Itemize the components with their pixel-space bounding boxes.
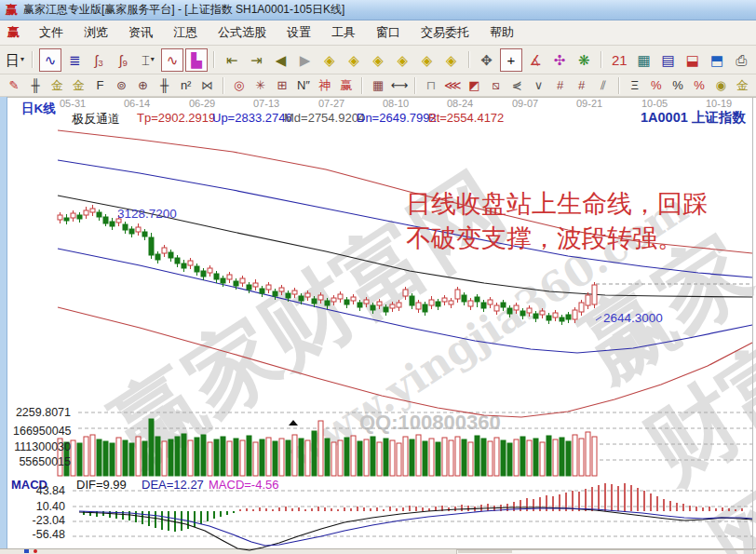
pattern-overlay-button[interactable]: ∿: [161, 48, 183, 72]
frame-tool-button[interactable]: ⊓: [421, 76, 441, 94]
calendar-button[interactable]: 21: [608, 48, 630, 72]
prev-bar-button[interactable]: ◀: [269, 48, 291, 72]
diagonal-box-button[interactable]: ⧅: [485, 76, 506, 94]
horizontal-scrollbar[interactable]: [456, 549, 754, 554]
span-arrows-button[interactable]: ⟷: [389, 76, 410, 94]
ma9-button[interactable]: ʃ₉: [113, 48, 135, 72]
menu-item-6[interactable]: 工具: [321, 21, 366, 44]
next-bar-icon: ▶: [300, 53, 311, 67]
chart-area[interactable]: [7, 97, 752, 477]
zoom-out-button[interactable]: ◈: [440, 48, 463, 72]
fibonacci-button[interactable]: F: [89, 76, 110, 94]
kline-period-button[interactable]: 日▾: [4, 48, 26, 72]
gann-grid-a-button[interactable]: #: [550, 76, 571, 94]
window-title: 赢家江恩专业版[赢家服务平台] - [上证指数 SH1A0001-105日K线]: [23, 2, 344, 18]
angle-fan-button[interactable]: ⋞: [506, 76, 527, 94]
menu-item-1[interactable]: 浏览: [74, 21, 118, 44]
zoom-in-button[interactable]: ◈: [415, 48, 438, 72]
application-window: 赢 赢家江恩专业版[赢家服务平台] - [上证指数 SH1A0001-105日K…: [0, 0, 756, 554]
gold-circle-icon: ◉: [715, 79, 725, 91]
percent-triangle-icon: %: [651, 79, 662, 91]
title-bar[interactable]: 赢 赢家江恩专业版[赢家服务平台] - [上证指数 SH1A0001-105日K…: [0, 0, 756, 20]
mirror-angle-icon: ⋈: [201, 79, 213, 91]
price-ruler-button[interactable]: Ξ: [625, 76, 645, 94]
fan-lines-button[interactable]: ⋘: [442, 76, 463, 94]
ruler-ticks-button[interactable]: ╫: [155, 76, 175, 94]
last-bar-icon: ⇥: [250, 53, 263, 67]
menu-item-4[interactable]: 公式选股: [208, 21, 277, 44]
candle-style-button[interactable]: ⌶▾: [137, 48, 159, 72]
first-bar-button[interactable]: ⇤: [221, 48, 243, 72]
export-button[interactable]: ⬒: [706, 48, 728, 72]
compress-range-button[interactable]: ◈: [391, 48, 413, 72]
gann-wheel-button[interactable]: ✣: [548, 48, 571, 72]
menu-item-7[interactable]: 窗口: [366, 21, 411, 44]
crosshair-icon: +: [506, 53, 515, 67]
percent-lines-button[interactable]: %: [689, 76, 709, 94]
radial-web-button[interactable]: ✳: [250, 76, 271, 94]
grid-box-button[interactable]: ▦: [368, 76, 388, 94]
percent-button[interactable]: %: [668, 76, 688, 94]
gold-lines-button[interactable]: 金: [732, 76, 752, 94]
parallel-lines-button[interactable]: ⫽: [593, 76, 614, 94]
price-ruler-icon: Ξ: [631, 79, 639, 91]
wave-check-button[interactable]: ∨: [529, 76, 549, 94]
menu-item-8[interactable]: 交易委托: [411, 21, 479, 44]
ying-tool-button[interactable]: 赢: [336, 76, 357, 94]
ma3-button[interactable]: ʃ₃: [88, 48, 110, 72]
gold-ratio-icon: 金: [51, 79, 63, 91]
circle-target-button[interactable]: ◎: [229, 76, 250, 94]
toolbar-separator: [223, 77, 224, 94]
volume-profile-button[interactable]: ▙: [185, 48, 208, 72]
time-ticks-button[interactable]: ╫: [25, 76, 46, 94]
fan-box-button[interactable]: ◩: [464, 76, 484, 94]
square-web-button[interactable]: ⊞: [272, 76, 292, 94]
n-wave-button[interactable]: N″: [293, 76, 314, 94]
menu-item-2[interactable]: 资讯: [118, 21, 163, 44]
menu-item-5[interactable]: 设置: [277, 21, 321, 44]
shen-tool-button[interactable]: 神: [315, 76, 335, 94]
candle-style-icon: ⌶: [142, 53, 150, 67]
scrollbar-thumb[interactable]: [458, 550, 512, 553]
circle-target-icon: ◎: [234, 79, 244, 91]
radial-web-icon: ✳: [255, 79, 265, 91]
print-button[interactable]: ⎙: [730, 48, 752, 72]
toolbar-separator: [618, 77, 620, 94]
print-icon: ⎙: [736, 53, 747, 67]
menu-item-3[interactable]: 江恩: [163, 21, 208, 44]
shen-tool-icon: 神: [319, 79, 331, 91]
shift-right-button[interactable]: ◈: [343, 48, 365, 72]
shift-left-button[interactable]: ◈: [318, 48, 341, 72]
crosshair-button[interactable]: +: [500, 48, 522, 72]
pattern-overlay-icon: ∿: [167, 53, 179, 67]
gann-grid-b-button[interactable]: #: [572, 76, 592, 94]
info-list-button[interactable]: ≣: [63, 48, 86, 72]
hand-tool-button[interactable]: ✥: [476, 48, 498, 72]
gold-ratio2-button[interactable]: 金: [68, 76, 88, 94]
expand-range-button[interactable]: ◈: [367, 48, 389, 72]
spiral-button[interactable]: ⊚: [111, 76, 131, 94]
dropdown-arrow-icon: ▾: [151, 56, 155, 63]
grid-box-icon: ▦: [372, 79, 384, 91]
shift-right-icon: ◈: [348, 53, 359, 67]
menu-item-9[interactable]: 帮助: [479, 21, 524, 44]
gann-grid-b-icon: #: [578, 79, 585, 91]
angle-measure-button[interactable]: ∡: [524, 48, 547, 72]
mirror-angle-button[interactable]: ⋈: [197, 76, 218, 94]
left-panel-strip[interactable]: [0, 97, 7, 549]
toolbar-separator: [468, 51, 470, 68]
save-button[interactable]: ⬓: [682, 48, 704, 72]
menu-item-0[interactable]: 文件: [29, 21, 74, 44]
zigzag-overlay-button[interactable]: ∿: [39, 48, 61, 72]
square-n2-button[interactable]: n²: [176, 76, 196, 94]
draw-pen-button[interactable]: ✎: [4, 76, 24, 94]
compass-button[interactable]: ⊕: [132, 76, 153, 94]
percent-triangle-button[interactable]: %: [646, 76, 667, 94]
gold-ratio-button[interactable]: 金: [47, 76, 67, 94]
last-bar-button[interactable]: ⇥: [245, 48, 267, 72]
smart-select-button[interactable]: ❋: [573, 48, 595, 72]
memo-button[interactable]: ▤: [657, 48, 680, 72]
next-bar-button[interactable]: ▶: [294, 48, 317, 72]
calculator-button[interactable]: ▦: [632, 48, 655, 72]
gold-circle-button[interactable]: ◉: [710, 76, 731, 94]
